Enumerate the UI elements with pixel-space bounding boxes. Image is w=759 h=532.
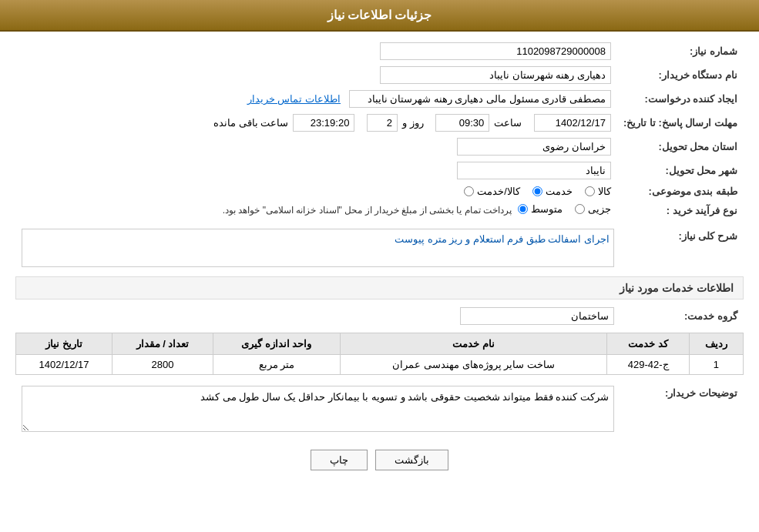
- nooe-jozii: جزیی: [575, 203, 611, 215]
- col-name: نام خدمت: [340, 333, 607, 355]
- main-content: شماره نیاز: 1102098729000008 نام دستگاه …: [0, 32, 759, 486]
- nooe-jozii-radio[interactable]: [575, 204, 585, 214]
- row-shahr: شهر محل تحویل: نایباد: [15, 159, 744, 182]
- button-bar: بازگشت چاپ: [15, 450, 744, 470]
- ettelaat-tamas-link[interactable]: اطلاعات تماس خریدار: [247, 93, 341, 105]
- col-radif: ردیف: [689, 333, 743, 355]
- mohlat-mande-field: 23:19:20: [293, 114, 354, 132]
- name-dastgah-field: دهیاری رهنه شهرستان نایباد: [380, 66, 611, 84]
- nooe-motevaset-label: متوسط: [531, 203, 563, 215]
- cell-tedad: 2800: [113, 355, 213, 375]
- services-header-row: ردیف کد خدمت نام خدمت واحد اندازه گیری ت…: [16, 333, 744, 355]
- nooe-farayand-value: جزیی متوسط پرداخت تمام یا بخشی از مبلغ خ…: [15, 200, 617, 221]
- tabaqe-khedmat-label: خدمت: [546, 186, 573, 197]
- tabaqe-value: کالا خدمت کالا/خدمت: [15, 182, 617, 200]
- services-table-header: ردیف کد خدمت نام خدمت واحد اندازه گیری ت…: [16, 333, 744, 355]
- sharh-field: اجرای اسفالت طبق فرم استعلام و ریز متره …: [22, 229, 614, 267]
- tabaqe-kala-radio[interactable]: [585, 186, 595, 196]
- row-shomare-niaz: شماره نیاز: 1102098729000008: [15, 39, 744, 63]
- shomare-niaz-label: شماره نیاز:: [617, 39, 744, 63]
- services-section-title: اطلاعات خدمات مورد نیاز: [15, 276, 744, 299]
- mohlat-label: مهلت ارسال پاسخ: تا تاریخ:: [617, 111, 744, 135]
- nooe-motevaset: متوسط: [518, 203, 563, 215]
- row-tabaqe: طبقه بندی موضوعی: کالا خدمت کالا/خدمت: [15, 182, 744, 200]
- services-table-body: 1 ج-42-429 ساخت سایر پروژه‌های مهندسی عم…: [16, 355, 744, 375]
- cell-kod: ج-42-429: [607, 355, 689, 375]
- row-nooe-farayand: نوع فرآیند خرید : جزیی متوسط: [15, 200, 744, 221]
- row-mohlat: مهلت ارسال پاسخ: تا تاریخ: 1402/12/17 سا…: [15, 111, 744, 135]
- ostan-label: استان محل تحویل:: [617, 135, 744, 159]
- row-sharh: شرح کلی نیاز: اجرای اسفالت طبق فرم استعل…: [15, 226, 744, 270]
- row-name-dastgah: نام دستگاه خریدار: دهیاری رهنه شهرستان ن…: [15, 63, 744, 87]
- rooz-label: روز و: [402, 117, 424, 129]
- mohlat-saat-field: 09:30: [435, 114, 489, 132]
- shomare-niaz-value: 1102098729000008: [15, 39, 617, 63]
- grooh-label: گروه خدمت:: [620, 304, 744, 328]
- row-grooh: گروه خدمت: ساختمان: [15, 304, 744, 328]
- tabaqe-kala-label: کالا: [598, 186, 611, 197]
- ijad-konande-value: مصطفی قادری مسئول مالی دهیاری رهنه شهرست…: [15, 87, 617, 111]
- tabaqe-option-kala: کالا: [585, 186, 611, 197]
- ijad-konande-field: مصطفی قادری مسئول مالی دهیاری رهنه شهرست…: [349, 90, 611, 108]
- tabaqe-option-kala-khedmat: کالا/خدمت: [464, 186, 520, 197]
- grooh-value: ساختمان: [15, 304, 620, 328]
- col-tarikh: تاریخ نیاز: [16, 333, 113, 355]
- toseeh-field[interactable]: [22, 386, 614, 432]
- sharh-label: شرح کلی نیاز:: [620, 226, 744, 270]
- tabaqe-label: طبقه بندی موضوعی:: [617, 182, 744, 200]
- nooe-jozii-label: جزیی: [588, 203, 611, 215]
- chap-button[interactable]: چاپ: [311, 450, 368, 470]
- shahr-field: نایباد: [457, 162, 611, 179]
- ostan-value: خراسان رضوی: [15, 135, 617, 159]
- row-ostan: استان محل تحویل: خراسان رضوی: [15, 135, 744, 159]
- mande-label: ساعت باقی مانده: [213, 117, 288, 129]
- services-table: ردیف کد خدمت نام خدمت واحد اندازه گیری ت…: [15, 333, 744, 375]
- tabaqe-kala-khedmat-radio[interactable]: [464, 186, 474, 196]
- info-table-grooh: گروه خدمت: ساختمان: [15, 304, 744, 328]
- page-header: جزئیات اطلاعات نیاز: [0, 0, 759, 32]
- table-row: 1 ج-42-429 ساخت سایر پروژه‌های مهندسی عم…: [16, 355, 744, 375]
- mohlat-date-field: 1402/12/17: [534, 114, 611, 132]
- col-tedad: تعداد / مقدار: [113, 333, 213, 355]
- nooe-farayand-label: نوع فرآیند خرید :: [617, 200, 744, 221]
- name-dastgah-value: دهیاری رهنه شهرستان نایباد: [15, 63, 617, 87]
- ijad-konande-label: ایجاد کننده درخواست:: [617, 87, 744, 111]
- cell-vahed: متر مربع: [213, 355, 340, 375]
- tabaqe-khedmat-radio[interactable]: [532, 186, 542, 196]
- nooe-farayand-note: پرداخت تمام یا بخشی از مبلغ خریدار از مح…: [223, 203, 512, 218]
- cell-name: ساخت سایر پروژه‌های مهندسی عمران: [340, 355, 607, 375]
- toseeh-value: [15, 383, 620, 437]
- tabaqe-radio-group: کالا خدمت کالا/خدمت: [22, 186, 611, 197]
- toseeh-label: توضیحات خریدار:: [620, 383, 744, 437]
- row-ijad-konande: ایجاد کننده درخواست: مصطفی قادری مسئول م…: [15, 87, 744, 111]
- row-toseeh: توضیحات خریدار:: [15, 383, 744, 437]
- info-table-toseeh: توضیحات خریدار:: [15, 383, 744, 437]
- name-dastgah-label: نام دستگاه خریدار:: [617, 63, 744, 87]
- saat-label: ساعت: [494, 117, 522, 129]
- shahr-label: شهر محل تحویل:: [617, 159, 744, 182]
- cell-tarikh: 1402/12/17: [16, 355, 113, 375]
- mohlat-value: 1402/12/17 ساعت 09:30 روز و 2 23:19:20 س…: [15, 111, 617, 135]
- tabaqe-kala-khedmat-label: کالا/خدمت: [477, 186, 520, 197]
- col-vahed: واحد اندازه گیری: [213, 333, 340, 355]
- cell-radif: 1: [689, 355, 743, 375]
- nooe-farayand-radio-group: جزیی متوسط: [518, 203, 611, 215]
- page-wrapper: جزئیات اطلاعات نیاز شماره نیاز: 11020987…: [0, 0, 759, 532]
- ostan-field: خراسان رضوی: [457, 138, 611, 156]
- info-table-sharh: شرح کلی نیاز: اجرای اسفالت طبق فرم استعل…: [15, 226, 744, 270]
- grooh-field: ساختمان: [460, 307, 614, 325]
- shahr-value: نایباد: [15, 159, 617, 182]
- info-table-basic: شماره نیاز: 1102098729000008 نام دستگاه …: [15, 39, 744, 221]
- bazgasht-button[interactable]: بازگشت: [375, 450, 448, 470]
- mohlat-rooz-field: 2: [367, 114, 398, 132]
- nooe-motevaset-radio[interactable]: [518, 204, 528, 214]
- shomare-niaz-field: 1102098729000008: [380, 42, 611, 60]
- sharh-value: اجرای اسفالت طبق فرم استعلام و ریز متره …: [15, 226, 620, 270]
- col-kod: کد خدمت: [607, 333, 689, 355]
- page-title: جزئیات اطلاعات نیاز: [327, 8, 432, 22]
- tabaqe-option-khedmat: خدمت: [532, 186, 573, 197]
